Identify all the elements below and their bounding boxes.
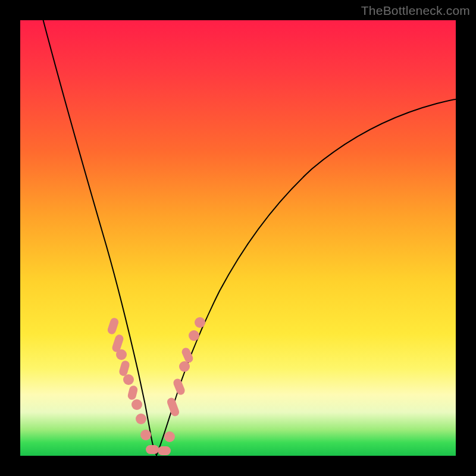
marker	[107, 317, 120, 336]
plot-area	[20, 20, 456, 456]
curves-svg	[20, 20, 456, 456]
marker	[127, 385, 138, 401]
marker	[164, 431, 175, 442]
chart-frame: TheBottleneck.com	[0, 0, 476, 476]
marker	[158, 446, 171, 455]
marker	[146, 445, 159, 454]
marker	[195, 317, 205, 328]
marker	[189, 330, 199, 341]
marker	[116, 349, 127, 360]
marker	[166, 397, 180, 418]
watermark-text: TheBottleneck.com	[361, 4, 470, 18]
marker	[179, 361, 190, 372]
marker	[172, 377, 186, 396]
curve-left	[42, 20, 156, 455]
marker	[136, 414, 146, 424]
marker	[131, 399, 142, 410]
marker	[180, 346, 194, 364]
curve-right	[156, 98, 456, 455]
marker	[140, 430, 151, 440]
marker	[123, 374, 134, 385]
